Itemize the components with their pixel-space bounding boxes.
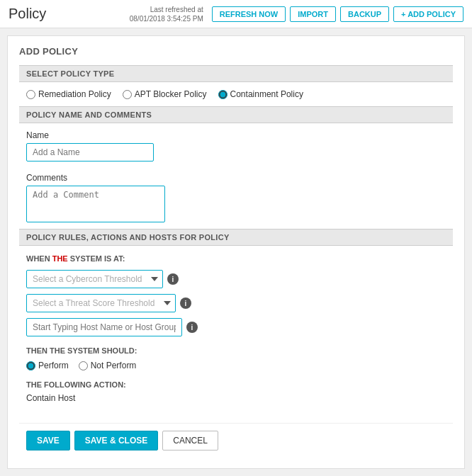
add-policy-button[interactable]: + ADD POLICY (393, 6, 463, 22)
save-close-button[interactable]: SAVE & CLOSE (74, 431, 158, 450)
name-field-group: Name (19, 123, 453, 166)
threat-score-info-icon[interactable]: i (180, 298, 191, 309)
host-input[interactable] (26, 318, 182, 336)
radio-remediation[interactable]: Remediation Policy (26, 89, 111, 99)
footer-buttons: SAVE SAVE & CLOSE CANCEL (19, 423, 453, 458)
main-content: ADD POLICY SELECT POLICY TYPE Remediatio… (7, 35, 465, 469)
refresh-now-button[interactable]: REFRESH NOW (212, 6, 286, 22)
policy-rules-section: POLICY RULES, ACTIONS AND HOSTS FOR POLI… (19, 229, 453, 423)
threat-score-dropdown-row: Select a Threat Score Threshold i (26, 294, 446, 312)
then-label: THEN THE SYSTEM SHOULD: (26, 346, 446, 355)
policy-name-section: POLICY NAME AND COMMENTS Name Comments (19, 106, 453, 229)
following-action-label: THE FOLLOWING ACTION: (26, 380, 446, 389)
policy-rules-title: POLICY RULES, ACTIONS AND HOSTS FOR POLI… (19, 229, 453, 246)
policy-type-options: Remediation Policy APT Blocker Policy Co… (19, 82, 453, 106)
page-header: Policy Last refreshed at 08/01/2018 3:54… (0, 0, 472, 28)
import-button[interactable]: IMPORT (290, 6, 336, 22)
form-heading: ADD POLICY (19, 46, 453, 57)
cybercon-info-icon[interactable]: i (167, 273, 179, 285)
when-label: WHEN THE SYSTEM IS AT: (26, 254, 446, 263)
policy-type-title: SELECT POLICY TYPE (19, 65, 453, 82)
radio-containment[interactable]: Containment Policy (218, 89, 303, 99)
cybercon-dropdown[interactable]: Select a Cybercon Threshold (26, 270, 163, 288)
cancel-button[interactable]: CANCEL (162, 431, 218, 450)
policy-type-section: SELECT POLICY TYPE Remediation Policy AP… (19, 65, 453, 106)
host-info-icon[interactable]: i (186, 322, 198, 333)
rules-inner: WHEN THE SYSTEM IS AT: Select a Cybercon… (19, 246, 453, 423)
policy-name-title: POLICY NAME AND COMMENTS (19, 106, 453, 123)
comments-field-group: Comments (19, 166, 453, 229)
page-title: Policy (9, 6, 46, 22)
name-label: Name (26, 130, 446, 140)
host-input-row: i (26, 318, 446, 336)
cybercon-dropdown-row: Select a Cybercon Threshold i (26, 270, 446, 288)
name-input[interactable] (26, 143, 154, 162)
comments-label: Comments (26, 173, 446, 183)
radio-apt[interactable]: APT Blocker Policy (123, 89, 207, 99)
action-value: Contain Host (26, 393, 446, 403)
save-button[interactable]: SAVE (26, 431, 70, 450)
comments-textarea[interactable] (26, 186, 165, 222)
threat-score-dropdown[interactable]: Select a Threat Score Threshold (26, 294, 176, 312)
refresh-info: Last refreshed at 08/01/2018 3:54:25 PM (130, 5, 203, 23)
header-actions: Last refreshed at 08/01/2018 3:54:25 PM … (130, 5, 463, 23)
radio-perform[interactable]: Perform (26, 361, 69, 370)
radio-not-perform[interactable]: Not Perform (79, 361, 137, 370)
perform-group: Perform Not Perform (26, 361, 446, 370)
backup-button[interactable]: BACKUP (340, 6, 389, 22)
